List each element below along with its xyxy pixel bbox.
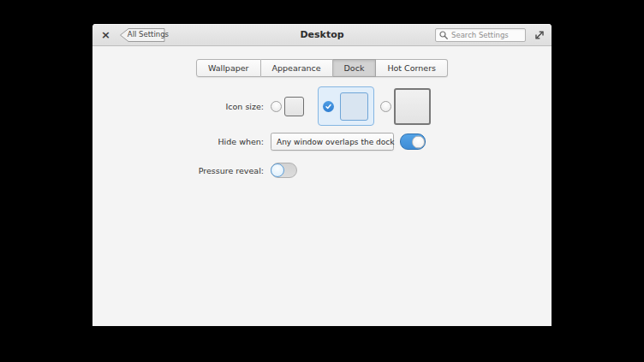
icon-size-small-radio[interactable] bbox=[271, 101, 282, 112]
tab-dock[interactable]: Dock bbox=[333, 59, 377, 77]
pressure-reveal-label: Pressure reveal: bbox=[92, 166, 264, 175]
search-input[interactable]: Search Settings bbox=[435, 28, 526, 42]
icon-size-medium-option-selected[interactable] bbox=[318, 86, 374, 126]
headerbar: × All Settings Desktop Search Settings bbox=[92, 24, 552, 46]
icon-size-medium-preview bbox=[340, 92, 368, 121]
pressure-reveal-controls bbox=[271, 163, 297, 178]
icon-size-large-radio[interactable] bbox=[380, 101, 391, 112]
tab-wallpaper[interactable]: Wallpaper bbox=[196, 59, 261, 77]
search-placeholder: Search Settings bbox=[451, 31, 509, 39]
toggle-knob bbox=[271, 163, 284, 177]
icon-size-label: Icon size: bbox=[92, 102, 264, 111]
checkmark-icon bbox=[325, 103, 332, 110]
hide-when-dropdown[interactable]: Any window overlaps the dock bbox=[271, 133, 394, 151]
window-title: Desktop bbox=[300, 24, 343, 45]
icon-size-row: Icon size: bbox=[92, 86, 552, 126]
content-area: Wallpaper Appearance Dock Hot Corners Ic… bbox=[92, 59, 552, 178]
all-settings-button[interactable]: All Settings bbox=[119, 27, 167, 43]
settings-window: × All Settings Desktop Search Settings bbox=[92, 24, 552, 326]
tab-appearance[interactable]: Appearance bbox=[261, 59, 333, 77]
hide-when-toggle[interactable] bbox=[400, 134, 426, 150]
tab-bar: Wallpaper Appearance Dock Hot Corners bbox=[196, 59, 448, 77]
all-settings-label: All Settings bbox=[130, 27, 166, 42]
hide-when-label: Hide when: bbox=[92, 137, 264, 146]
pressure-reveal-row: Pressure reveal: bbox=[92, 163, 552, 178]
icon-size-controls bbox=[271, 86, 431, 126]
icon-size-small-preview[interactable] bbox=[284, 97, 304, 116]
icon-size-large-preview[interactable] bbox=[394, 88, 431, 125]
tab-hot-corners[interactable]: Hot Corners bbox=[376, 59, 448, 77]
hide-when-selected-value: Any window overlaps the dock bbox=[277, 138, 394, 146]
close-icon[interactable]: × bbox=[101, 29, 110, 40]
hide-when-controls: Any window overlaps the dock bbox=[271, 133, 426, 151]
toggle-knob bbox=[412, 135, 425, 148]
search-icon bbox=[439, 31, 448, 39]
radio-checked-icon bbox=[323, 101, 334, 112]
hide-when-row: Hide when: Any window overlaps the dock bbox=[92, 133, 552, 151]
expand-icon[interactable] bbox=[534, 30, 545, 40]
headerbar-right: Search Settings bbox=[435, 28, 545, 42]
pressure-reveal-toggle[interactable] bbox=[271, 163, 297, 178]
